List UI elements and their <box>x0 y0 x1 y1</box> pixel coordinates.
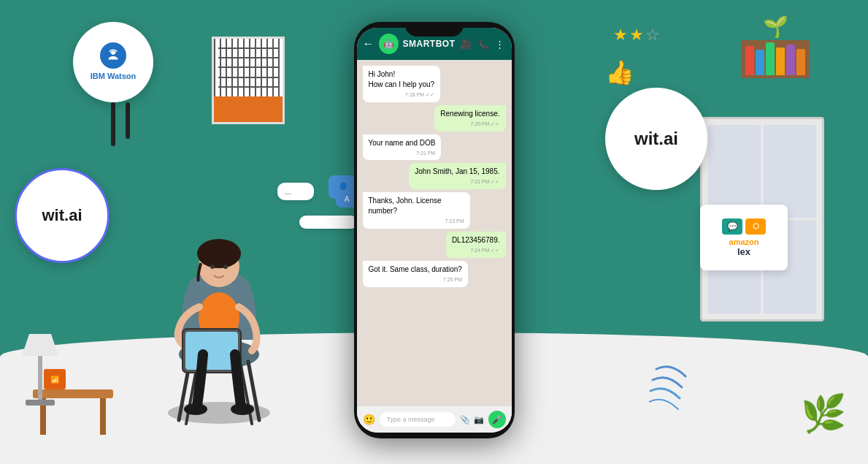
svg-point-14 <box>184 403 207 415</box>
msg-1-time: 7:18 PM ✓✓ <box>369 91 435 99</box>
lex-chat-icon: 💬 <box>722 218 742 235</box>
ibm-watson-label: IBM Watson <box>91 72 137 81</box>
witai-left-label: wit.ai <box>42 206 82 225</box>
svg-point-10 <box>210 265 215 269</box>
voice-call-icon[interactable]: 📞 <box>477 39 489 50</box>
phone-notch <box>405 22 464 37</box>
svg-rect-13 <box>185 332 238 370</box>
msg-6-time: 7:24 PM ✓✓ <box>452 247 500 254</box>
msg-6-text: DL123456789. <box>452 235 500 246</box>
message-2: Renewing license. 7:20 PM ✓✓ <box>434 105 505 132</box>
video-call-icon[interactable]: 🎥 <box>460 39 472 50</box>
message-7: Got it. Same class, duration? 7:25 PM <box>363 261 468 287</box>
floating-chat-bubble-dots: ... <box>277 183 314 200</box>
header-action-icons: 🎥 📞 ⋮ <box>460 39 504 50</box>
msg-3-text: Your name and DOB <box>369 138 436 148</box>
floating-chat-bubble-empty <box>299 216 358 229</box>
witai-right-label: wit.ai <box>634 129 678 149</box>
emoji-icon[interactable]: 🙂 <box>363 414 375 425</box>
svg-point-15 <box>231 403 254 415</box>
window-pane-1 <box>708 125 761 218</box>
phone-screen: ← 🤖 SMARTBOT 🎥 📞 ⋮ Hi John!How can I hel… <box>357 28 512 433</box>
mic-button[interactable]: 🎤 <box>488 411 506 428</box>
phone-mockup: ← 🤖 SMARTBOT 🎥 📞 ⋮ Hi John!How can I hel… <box>354 22 515 438</box>
main-scene: IBM Watson ★ ★ ☆ 👍 🌱 <box>0 0 868 464</box>
lex-label: lex <box>737 246 750 257</box>
msg-5-time: 7:23 PM <box>369 218 464 225</box>
msg-3-time: 7:21 PM <box>369 150 436 157</box>
msg-5-text: Thanks, John. License number? <box>369 196 464 216</box>
lamp-decoration <box>22 334 58 406</box>
message-1: Hi John!How can I help you? 7:18 PM ✓✓ <box>363 66 441 102</box>
thumbs-up-icon: 👍 <box>605 58 634 86</box>
ibm-watson-logo: IBM Watson <box>73 22 153 102</box>
paperclip-icon[interactable]: 📎 <box>460 415 470 425</box>
plant-icon: 🌱 <box>763 15 788 39</box>
plant-decoration: 🌿 <box>801 392 846 435</box>
msg-4-text: John Smith, Jan 15, 1985. <box>415 167 499 177</box>
decorative-picture <box>212 37 285 124</box>
chat-input-area: 🙂 Type a message 📎 📷 🎤 <box>357 406 512 433</box>
star-rating: ★ ★ ☆ <box>613 26 660 45</box>
witai-left-logo: wit.ai <box>15 168 110 263</box>
decorative-cables <box>108 102 133 146</box>
input-placeholder: Type a message <box>387 416 435 423</box>
msg-2-text: Renewing license. <box>440 109 499 119</box>
more-options-icon[interactable]: ⋮ <box>495 39 504 50</box>
star-1: ★ <box>613 26 628 45</box>
lex-box-icon: ⬡ <box>745 218 766 235</box>
msg-2-time: 7:20 PM ✓✓ <box>440 121 499 128</box>
svg-point-9 <box>197 239 241 268</box>
bot-avatar: 🤖 <box>379 34 399 54</box>
books <box>741 40 810 78</box>
person-illustration <box>139 194 299 442</box>
msg-4-time: 7:22 PM ✓✓ <box>415 178 499 186</box>
msg-7-time: 7:25 PM <box>369 276 462 284</box>
witai-right-logo: wit.ai <box>605 88 707 190</box>
lex-icon-group: 💬 ⬡ <box>722 218 766 235</box>
chat-messages: Hi John!How can I help you? 7:18 PM ✓✓ R… <box>357 60 512 406</box>
star-3: ☆ <box>645 26 660 45</box>
message-5: Thanks, John. License number? 7:23 PM <box>363 192 470 229</box>
bookshelf-decoration: 🌱 <box>741 15 810 78</box>
message-6: DL123456789. 7:24 PM ✓✓ <box>446 232 506 258</box>
back-button[interactable]: ← <box>363 37 375 50</box>
window-pane-2 <box>764 125 816 218</box>
message-3: Your name and DOB 7:21 PM <box>363 134 442 161</box>
msg-7-text: Got it. Same class, duration? <box>369 265 462 275</box>
message-input[interactable]: Type a message <box>380 412 456 427</box>
amazon-lex-logo: 💬 ⬡ amazon lex <box>700 205 788 270</box>
ibm-icon <box>100 42 126 69</box>
msg-1-text: Hi John!How can I help you? <box>369 69 435 90</box>
decorative-lines <box>649 362 693 420</box>
bot-name: SMARTBOT <box>403 39 456 49</box>
amazon-label: amazon <box>729 237 759 246</box>
camera-icon[interactable]: 📷 <box>474 415 484 425</box>
message-4: John Smith, Jan 15, 1985. 7:22 PM ✓✓ <box>409 163 505 189</box>
svg-point-11 <box>223 265 228 269</box>
attachment-icons: 📎 📷 <box>460 415 484 425</box>
star-2: ★ <box>629 26 644 45</box>
